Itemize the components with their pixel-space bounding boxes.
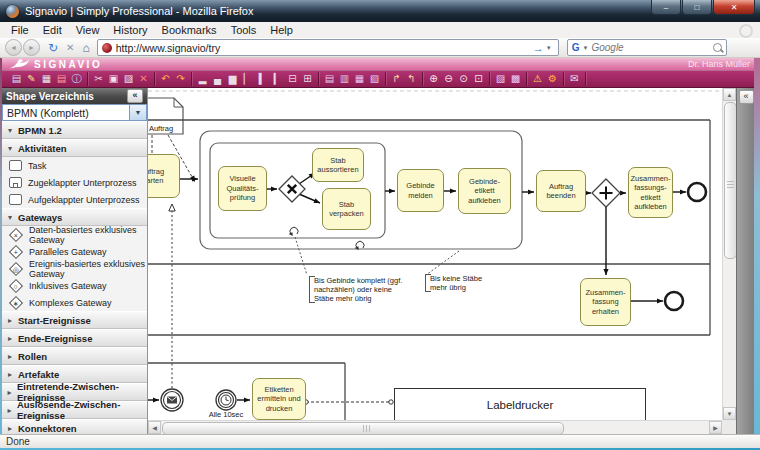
same-width-icon[interactable]: ⊟ xyxy=(285,72,300,86)
info-icon[interactable]: ⓘ xyxy=(69,72,84,86)
send-to-back-icon[interactable]: ▥ xyxy=(337,72,352,86)
url-input[interactable] xyxy=(116,42,527,54)
annotation-keine-staebe[interactable]: Bis keine Stäbe mehr übrig xyxy=(425,274,492,292)
send-backward-icon[interactable]: ▧ xyxy=(367,72,382,86)
assoc-annotation-staebe[interactable] xyxy=(426,251,459,275)
task-gebinde-melden[interactable]: Gebinde melden xyxy=(397,169,444,212)
export-pdf-icon[interactable]: ▤ xyxy=(54,72,69,86)
shape-ereignis-basiertes-exklusives-gateway[interactable]: ◎Ereignis-basiertes exklusives Gateway xyxy=(2,260,147,277)
align-top-icon[interactable]: ▆ xyxy=(225,72,240,86)
stop-button[interactable]: ✕ xyxy=(63,43,77,53)
chevron-down-icon[interactable]: ▼ xyxy=(129,105,146,120)
url-dropdown-icon[interactable]: ▼ xyxy=(546,45,552,51)
assoc-annotation-gebinde[interactable] xyxy=(295,237,307,275)
section-konnektoren[interactable]: ▸Konnektoren xyxy=(2,419,147,434)
scroll-down-button[interactable]: ▼ xyxy=(723,407,736,420)
end-event-zusammenfassung[interactable] xyxy=(665,292,683,310)
menu-history[interactable]: History xyxy=(106,24,154,36)
section-bpmn-1-2[interactable]: ▾BPMN 1.2 xyxy=(2,121,147,139)
task-stab-aussortieren[interactable]: Stab aussortieren xyxy=(312,148,364,182)
task-zusammenfassungs-etikett-aufkleben[interactable]: Zusammen- fassungs- etikett aufkleben xyxy=(628,167,673,218)
delete-icon[interactable]: ✕ xyxy=(136,72,151,86)
menu-edit[interactable]: Edit xyxy=(36,24,69,36)
horizontal-scrollbar[interactable]: ◀ ▶ xyxy=(148,420,722,434)
task-auftrag-starten[interactable]: Auftrag starten xyxy=(148,154,180,198)
section-ende-ereignisse[interactable]: ▸Ende-Ereignisse xyxy=(2,329,147,347)
stencilset-dropdown[interactable]: BPMN (Komplett) ▼ xyxy=(2,104,147,121)
menu-tools[interactable]: Tools xyxy=(224,24,264,36)
copy-icon[interactable]: ▣ xyxy=(106,72,121,86)
shape-task[interactable]: Task xyxy=(2,157,147,174)
edit-icon[interactable]: ✎ xyxy=(24,72,39,86)
collapse-panel-button[interactable]: « xyxy=(127,89,143,103)
search-icon[interactable] xyxy=(713,43,722,52)
maximize-button[interactable]: □ xyxy=(682,0,712,15)
section-gateways[interactable]: ▾Gateways xyxy=(2,208,147,226)
task-stab-verpacken[interactable]: Stab verpacken xyxy=(322,188,371,230)
end-event-main[interactable] xyxy=(688,183,706,201)
align-bottom-icon[interactable]: ▂ xyxy=(195,72,210,86)
shape-aufgeklappter-unterprozess[interactable]: Aufgeklappter Unterprozess xyxy=(2,191,147,208)
scroll-right-button[interactable]: ▶ xyxy=(709,421,722,434)
paste-icon[interactable]: ▨ xyxy=(121,72,136,86)
reload-button[interactable]: ↻ xyxy=(45,42,61,54)
shape-komplexes-gateway[interactable]: ∗Komplexes Gateway xyxy=(2,294,147,311)
check-syntax-icon[interactable]: ⚙ xyxy=(545,72,560,86)
go-button[interactable]: →▼ xyxy=(531,42,554,54)
align-middle-icon[interactable]: ▄ xyxy=(210,72,225,86)
undo-icon[interactable]: ↶ xyxy=(158,72,173,86)
zoom-standard-icon[interactable]: ⊙ xyxy=(456,72,471,86)
task-visuelle-qualitaetspruefung[interactable]: Visuelle Qualitäts- prüfung xyxy=(218,166,267,211)
cut-icon[interactable]: ✂ xyxy=(91,72,106,86)
save-icon[interactable]: ▤ xyxy=(9,72,24,86)
shape-daten-basiertes-exklusives-gateway[interactable]: ×Daten-basiertes exklusives Gateway xyxy=(2,226,147,243)
ungroup-icon[interactable]: ▩ xyxy=(508,72,523,86)
search-bar[interactable]: G ▼ xyxy=(567,39,727,56)
search-input[interactable] xyxy=(591,42,709,53)
close-button[interactable]: ✕ xyxy=(713,0,755,15)
menu-view[interactable]: View xyxy=(69,24,107,36)
shape-inklusives-gateway[interactable]: ○Inklusives Gateway xyxy=(2,277,147,294)
align-left-icon[interactable]: ▏ xyxy=(240,72,255,86)
print-icon[interactable]: ▦ xyxy=(39,72,54,86)
menu-file[interactable]: File xyxy=(4,24,36,36)
task-etiketten-ermitteln-und-drucken[interactable]: Etiketten ermitteln und drucken xyxy=(252,378,306,420)
feedback-mail-icon[interactable]: ✉ xyxy=(567,72,582,86)
task-zusammenfassung-erhalten[interactable]: Zusammen- fassung erhalten xyxy=(580,278,631,326)
connector-curved-icon[interactable]: ↰ xyxy=(404,72,419,86)
annotation-gebinde-komplett[interactable]: Bis Gebinde komplett (ggf. nachzählen) o… xyxy=(309,276,409,303)
scroll-left-button[interactable]: ◀ xyxy=(148,421,161,434)
shape-paralleles-gateway[interactable]: +Paralleles Gateway xyxy=(2,243,147,260)
bring-to-front-icon[interactable]: ▤ xyxy=(322,72,337,86)
validate-icon[interactable]: ⚠ xyxy=(530,72,545,86)
group-icon[interactable]: ▨ xyxy=(493,72,508,86)
zoom-in-icon[interactable]: ⊕ xyxy=(426,72,441,86)
same-height-icon[interactable]: ⊞ xyxy=(300,72,315,86)
pool-labeldrucker[interactable]: Labeldrucker xyxy=(394,388,646,420)
section-ausl-sende-zwischen-ereignisse[interactable]: ▸Auslösende-Zwischen-Ereignisse xyxy=(2,401,147,419)
zoom-out-icon[interactable]: ⊖ xyxy=(441,72,456,86)
section-start-ereignisse[interactable]: ▸Start-Ereignisse xyxy=(2,311,147,329)
task-auftrag-beenden[interactable]: Auftrag beenden xyxy=(536,170,586,212)
forward-button[interactable]: ► xyxy=(23,39,40,56)
vertical-scrollbar[interactable]: ▲ ▼ xyxy=(722,88,736,420)
align-center-icon[interactable]: ▍ xyxy=(255,72,270,86)
section-aktivit-ten[interactable]: ▾Aktivitäten xyxy=(2,139,147,157)
scroll-up-button[interactable]: ▲ xyxy=(723,88,736,101)
back-button[interactable]: ◄ xyxy=(5,39,22,56)
align-right-icon[interactable]: ▎ xyxy=(270,72,285,86)
home-button[interactable]: ⌂ xyxy=(79,42,92,54)
expand-right-panel-button[interactable]: « xyxy=(739,90,754,104)
task-gebinde-etikett-aufkleben[interactable]: Gebinde- etikett aufkleben xyxy=(458,168,511,214)
section-rollen[interactable]: ▸Rollen xyxy=(2,347,147,365)
shape-zugeklappter-unterprozess[interactable]: Zugeklappter Unterprozess xyxy=(2,174,147,191)
search-engine-dropdown-icon[interactable]: ▼ xyxy=(582,45,588,51)
url-bar[interactable]: →▼ xyxy=(97,39,559,56)
diagram-canvas[interactable]: Auftrag startenVisuelle Qualitäts- prüfu… xyxy=(148,88,722,420)
connector-straight-icon[interactable]: ↱ xyxy=(389,72,404,86)
minimize-button[interactable]: – xyxy=(651,0,681,15)
menu-help[interactable]: Help xyxy=(263,24,300,36)
bring-forward-icon[interactable]: ▦ xyxy=(352,72,367,86)
redo-icon[interactable]: ↷ xyxy=(173,72,188,86)
zoom-fit-icon[interactable]: ⊡ xyxy=(471,72,486,86)
